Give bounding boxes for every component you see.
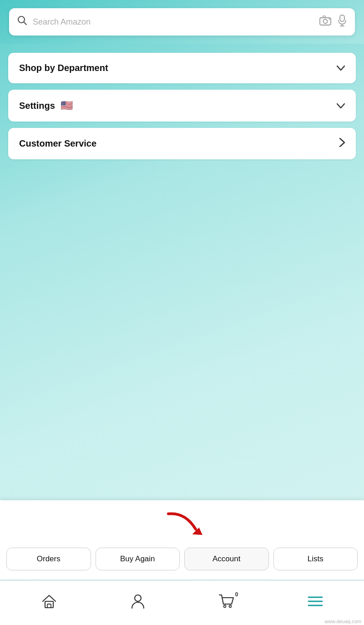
settings-label: Settings	[19, 101, 55, 111]
settings-label-wrap: Settings 🇺🇸	[19, 100, 73, 112]
search-right-icons	[319, 15, 347, 29]
customer-service-label: Customer Service	[19, 138, 96, 149]
svg-line-1	[24, 22, 27, 25]
search-placeholder: Search Amazon	[33, 17, 314, 27]
home-icon	[41, 594, 57, 612]
svg-point-3	[324, 20, 328, 24]
us-flag-icon: 🇺🇸	[61, 100, 73, 112]
camera-icon[interactable]	[319, 15, 331, 28]
shop-by-department-label: Shop by Department	[19, 63, 108, 73]
settings-chevron-icon	[337, 101, 345, 111]
search-area: Search Amazon	[0, 0, 364, 44]
shop-by-department-chevron-icon	[337, 63, 345, 73]
menu-icon	[308, 595, 323, 610]
arrow-svg	[155, 508, 209, 544]
watermark: www.deuaq.com	[324, 619, 361, 624]
quick-actions-row: Orders Buy Again Account Lists	[6, 548, 358, 570]
cart-icon: 0	[218, 594, 235, 612]
lists-button[interactable]: Lists	[273, 548, 358, 570]
svg-point-14	[229, 605, 231, 608]
customer-service-chevron-icon	[339, 138, 345, 149]
orders-button[interactable]: Orders	[6, 548, 91, 570]
nav-account[interactable]	[93, 581, 182, 625]
quick-actions-area: Orders Buy Again Account Lists	[0, 500, 364, 579]
nav-home[interactable]	[5, 581, 93, 625]
svg-rect-10	[45, 601, 53, 608]
shop-by-department-item[interactable]: Shop by Department	[8, 53, 356, 83]
arrow-annotation	[6, 508, 358, 544]
customer-service-item[interactable]: Customer Service	[8, 128, 356, 159]
shop-by-department-label-wrap: Shop by Department	[19, 63, 108, 73]
person-icon	[131, 594, 145, 612]
main-content: Shop by Department Settings 🇺🇸 Customer …	[0, 44, 364, 402]
svg-point-12	[135, 595, 141, 601]
search-bar[interactable]: Search Amazon	[9, 8, 355, 36]
account-button[interactable]: Account	[184, 548, 269, 570]
search-icon	[17, 15, 27, 28]
svg-rect-11	[47, 604, 51, 608]
svg-point-5	[329, 19, 330, 20]
svg-point-13	[223, 605, 226, 608]
svg-rect-4	[323, 16, 325, 18]
cart-badge: 0	[235, 591, 238, 598]
bottom-nav: 0	[0, 580, 364, 625]
buy-again-button[interactable]: Buy Again	[96, 548, 180, 570]
customer-service-label-wrap: Customer Service	[19, 138, 96, 149]
nav-cart[interactable]: 0	[182, 581, 271, 625]
settings-item[interactable]: Settings 🇺🇸	[8, 90, 356, 122]
svg-rect-6	[340, 15, 344, 21]
mic-icon[interactable]	[338, 15, 347, 29]
empty-area	[8, 166, 356, 393]
